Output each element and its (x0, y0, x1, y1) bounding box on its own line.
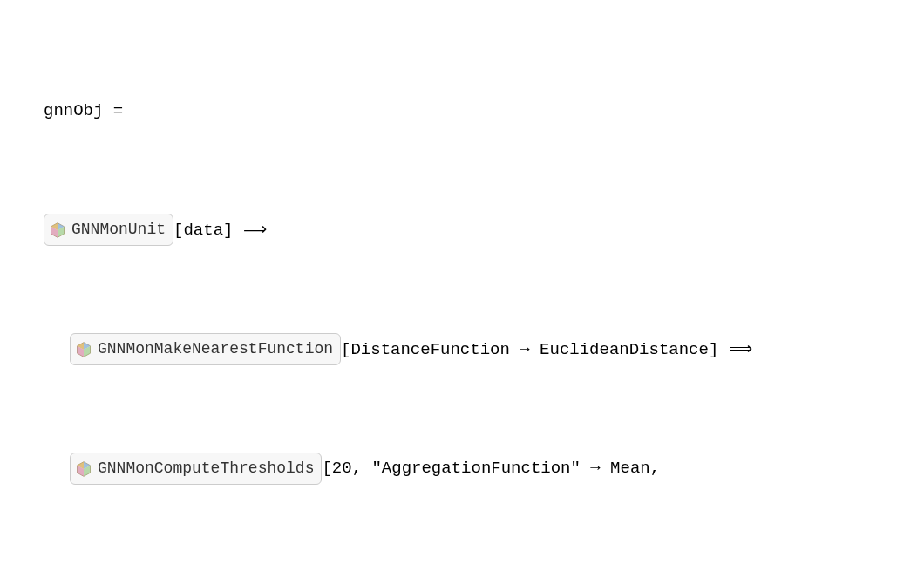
func-make-nearest: GNNMonMakeNearestFunction (70, 333, 341, 365)
code-text: [DistanceFunction → EuclideanDistance] ⟹ (341, 336, 752, 364)
code-block: gnnObj = GNNMonUnit [data] ⟹ GNNMonMakeN… (26, 9, 898, 565)
assignment: gnnObj = (44, 97, 123, 125)
func-compute-thresholds: GNNMonComputeThresholds (70, 453, 322, 485)
func-gnn-unit: GNNMonUnit (44, 214, 173, 246)
cube-icon (48, 221, 67, 240)
line-4: GNNMonComputeThresholds [20, "Aggregatio… (26, 452, 898, 487)
func-name: GNNMonUnit (71, 216, 166, 243)
func-name: GNNMonMakeNearestFunction (98, 336, 333, 363)
cube-icon (74, 340, 93, 359)
line-3: GNNMonMakeNearestFunction [DistanceFunct… (26, 332, 898, 367)
code-text: [20, "AggregationFunction" → Mean, (322, 454, 660, 482)
cube-icon (74, 459, 93, 479)
line-1: gnnObj = (26, 93, 898, 128)
line-2: GNNMonUnit [data] ⟹ (26, 213, 898, 248)
code-text: [data] ⟹ (173, 216, 267, 244)
func-name: GNNMonComputeThresholds (98, 455, 314, 482)
